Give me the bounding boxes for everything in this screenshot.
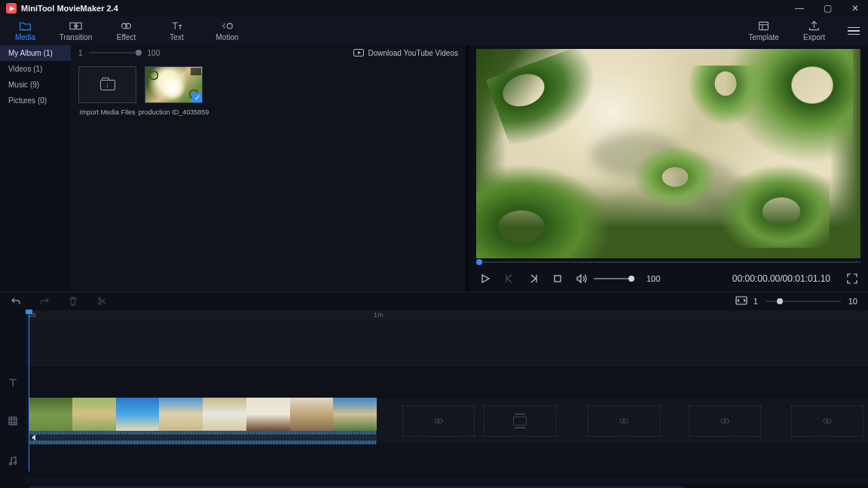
track-video[interactable] — [26, 398, 868, 444]
sidebar-item-music[interactable]: Music (9) — [0, 77, 71, 93]
track-audio[interactable] — [26, 444, 868, 477]
fit-timeline-button[interactable] — [735, 296, 746, 307]
thumb-zoom-min: 1 — [78, 49, 83, 57]
tab-motion[interactable]: Motion — [202, 17, 252, 45]
tab-media[interactable]: Media — [0, 17, 50, 45]
main-toolbar: Media Transition Effect Text Motion Temp… — [0, 17, 868, 45]
transition-icon — [69, 20, 82, 32]
music-track-icon — [8, 456, 18, 466]
app-logo — [6, 3, 17, 14]
clip-audio-icon — [32, 434, 39, 441]
preview-viewport[interactable] — [476, 49, 860, 258]
track-empty-top[interactable] — [26, 321, 868, 368]
drop-slot[interactable] — [689, 405, 761, 437]
video-track-label — [0, 398, 26, 444]
svg-point-16 — [623, 419, 628, 423]
maximize-button[interactable]: ▢ — [821, 3, 835, 14]
timecode-display: 00:00:00.00/00:01:01.10 — [732, 273, 830, 284]
folder-icon — [19, 20, 32, 32]
play-button[interactable] — [479, 273, 491, 285]
undo-button[interactable] — [11, 296, 21, 307]
stop-icon — [552, 273, 563, 284]
svg-point-3 — [126, 23, 131, 29]
clip-duration-badge — [191, 68, 201, 75]
speaker-icon — [576, 273, 588, 284]
volume-button[interactable] — [576, 273, 588, 285]
svg-point-4 — [228, 23, 233, 29]
timeline-scrollbar[interactable] — [26, 483, 868, 488]
youtube-icon — [353, 49, 364, 56]
fullscreen-icon — [847, 273, 857, 284]
import-folder-icon — [100, 80, 115, 90]
audio-track-label — [0, 444, 26, 477]
fullscreen-button[interactable] — [847, 273, 857, 284]
drop-slot[interactable] — [791, 405, 863, 437]
media-clip-name: production ID_4035859 — [139, 108, 209, 116]
timeline-zoom-min: 1 — [753, 297, 758, 306]
stop-button[interactable] — [552, 273, 564, 285]
svg-rect-6 — [555, 276, 561, 282]
playhead[interactable] — [29, 310, 29, 471]
timeline-clip[interactable] — [29, 398, 377, 444]
sidebar-item-videos[interactable]: Videos (1) — [0, 61, 71, 77]
sidebar-item-pictures[interactable]: Pictures (0) — [0, 93, 71, 108]
svg-point-18 — [724, 419, 729, 423]
minimize-button[interactable]: — — [792, 3, 807, 14]
film-slot-icon — [513, 413, 527, 429]
redo-icon — [39, 296, 50, 307]
prev-frame-button[interactable] — [503, 273, 515, 285]
fit-icon — [735, 296, 747, 305]
close-button[interactable]: ✕ — [848, 3, 862, 14]
timeline-zoom-max: 10 — [848, 297, 857, 306]
svg-point-14 — [438, 419, 442, 423]
download-youtube-button[interactable]: Download YouTube Videos — [353, 49, 458, 57]
template-icon — [757, 20, 770, 32]
drop-slot[interactable] — [484, 405, 556, 437]
redo-button[interactable] — [39, 296, 50, 307]
motion-icon — [221, 20, 234, 32]
timeline-ruler[interactable]: 0s 1m — [26, 310, 868, 321]
transition-slot-icon — [433, 416, 444, 426]
volume-value: 100 — [646, 274, 660, 283]
timeline-zoom-slider[interactable] — [766, 300, 841, 302]
tab-transition[interactable]: Transition — [50, 17, 101, 45]
thumb-zoom-slider[interactable] — [89, 52, 142, 53]
transition-slot-icon — [720, 416, 730, 426]
trash-icon — [68, 296, 78, 307]
template-button[interactable]: Template — [738, 17, 789, 45]
app-title: MiniTool MovieMaker 2.4 — [21, 4, 118, 13]
scissors-icon — [96, 296, 107, 307]
drop-slot[interactable] — [402, 405, 475, 437]
preview-scrubber[interactable] — [476, 258, 860, 266]
drop-slot[interactable] — [588, 405, 660, 437]
volume-slider[interactable] — [594, 278, 634, 279]
sidebar-item-myalbum[interactable]: My Album (1) — [0, 45, 71, 61]
split-button[interactable] — [96, 296, 107, 307]
svg-point-12 — [14, 462, 17, 465]
hamburger-icon — [848, 27, 860, 35]
export-icon — [808, 20, 821, 32]
tab-text[interactable]: Text — [151, 17, 202, 45]
export-button[interactable]: Export — [789, 17, 839, 45]
next-frame-icon — [528, 273, 539, 284]
media-sidebar: My Album (1) Videos (1) Music (9) Pictur… — [0, 45, 71, 291]
text-icon — [170, 20, 183, 32]
track-text[interactable] — [26, 368, 868, 398]
svg-rect-5 — [760, 22, 769, 29]
svg-point-20 — [827, 419, 831, 423]
clip-selected-check-icon: ✓ — [192, 93, 202, 102]
delete-button[interactable] — [68, 296, 78, 307]
import-media-button[interactable] — [78, 66, 136, 103]
next-frame-button[interactable] — [527, 273, 539, 285]
text-track-label — [0, 368, 26, 398]
film-track-icon — [8, 416, 18, 426]
menu-button[interactable] — [839, 17, 868, 45]
tab-effect[interactable]: Effect — [101, 17, 151, 45]
title-bar: MiniTool MovieMaker 2.4 — ▢ ✕ — [0, 0, 868, 17]
play-icon — [480, 273, 491, 284]
media-clip-thumbnail[interactable]: ✓ — [145, 66, 203, 103]
svg-point-11 — [10, 463, 12, 465]
text-track-icon — [8, 377, 18, 388]
import-media-label: Import Media Files — [79, 108, 135, 116]
undo-icon — [11, 296, 21, 307]
